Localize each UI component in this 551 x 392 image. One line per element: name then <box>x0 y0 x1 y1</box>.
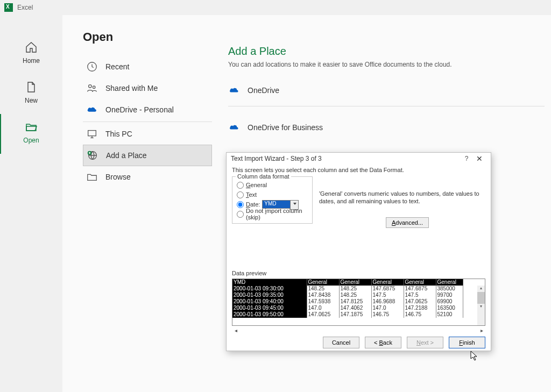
backstage-nav: Home New Open <box>0 15 62 392</box>
radio-general-input[interactable] <box>237 182 244 189</box>
preview-row[interactable]: 2000-01-03 09:35:00147.8438148.25147.514… <box>232 292 463 298</box>
preview-cell: 148.25 <box>339 286 371 292</box>
open-browse-label: Browse <box>105 173 131 181</box>
preview-cell: 2000-01-03 09:35:00 <box>232 292 307 298</box>
preview-cell: 147.6875 <box>404 286 436 292</box>
preview-cell: 146.75 <box>404 311 436 318</box>
preview-cell: 148.25 <box>339 292 371 298</box>
radio-skip-input[interactable] <box>237 211 244 218</box>
date-format-value: YMD <box>264 201 276 206</box>
back-button[interactable]: < Back <box>365 337 401 348</box>
preview-cell: 52100 <box>436 311 463 318</box>
svg-point-1 <box>89 85 92 88</box>
group-title: Column data format <box>236 173 291 180</box>
dialog-titlebar[interactable]: Text Import Wizard - Step 3 of 3 ? ✕ <box>227 153 491 165</box>
preview-cell: 147.0 <box>371 305 404 311</box>
scroll-thumb[interactable] <box>477 292 485 304</box>
open-shared[interactable]: Shared with Me <box>83 77 212 99</box>
dialog-help-button[interactable]: ? <box>461 155 472 162</box>
preview-header[interactable]: General <box>339 279 371 286</box>
preview-header[interactable]: YMD <box>232 279 307 286</box>
open-add-place[interactable]: Add a Place <box>83 145 212 166</box>
divider <box>83 122 212 122</box>
nav-open-label: Open <box>23 137 39 144</box>
open-locations-list: Recent Shared with Me OneDrive - Persona… <box>83 56 212 188</box>
next-button: Next > <box>407 337 443 348</box>
open-folder-icon <box>25 120 38 133</box>
preview-cell: 2000-01-03 09:50:00 <box>232 311 307 318</box>
place-onedrive[interactable]: OneDrive <box>228 80 545 101</box>
format-explanation: 'General' converts numeric values to num… <box>319 190 484 205</box>
preview-cell: 148.25 <box>307 286 339 292</box>
open-browse[interactable]: Browse <box>83 166 212 188</box>
text-import-wizard-dialog: Text Import Wizard - Step 3 of 3 ? ✕ Thi… <box>226 152 491 351</box>
preview-header[interactable]: General <box>371 279 404 286</box>
preview-horizontal-scrollbar[interactable]: ◂ ▸ <box>232 326 485 334</box>
home-icon <box>25 41 38 54</box>
preview-header[interactable]: General <box>436 279 463 286</box>
chevron-down-icon <box>293 203 296 205</box>
preview-cell: 146.9688 <box>371 298 404 305</box>
globe-plus-icon <box>87 149 98 161</box>
place-onedrive-business[interactable]: OneDrive for Business <box>228 117 545 138</box>
finish-button[interactable]: Finish <box>449 337 485 348</box>
column-data-format-group: Column data format General Text Date: YM… <box>232 176 313 224</box>
open-onedrive-personal[interactable]: OneDrive - Personal <box>83 99 212 120</box>
radio-general-rest: eneral <box>251 182 267 188</box>
divider <box>228 106 545 106</box>
dialog-close-button[interactable]: ✕ <box>472 154 486 163</box>
open-recent[interactable]: Recent <box>83 56 212 77</box>
preview-row[interactable]: 2000-01-03 09:45:00147.0147.4062147.0147… <box>232 305 463 311</box>
preview-vertical-scrollbar[interactable]: ▴ ▾ <box>477 286 485 325</box>
open-add-place-label: Add a Place <box>106 151 147 160</box>
nav-new[interactable]: New <box>0 74 62 114</box>
dialog-title: Text Import Wizard - Step 3 of 3 <box>231 155 461 162</box>
preview-cell: 147.0625 <box>404 298 436 305</box>
onedrive-cloud-icon <box>228 87 240 94</box>
preview-row[interactable]: 2000-01-03 09:30:00148.25148.25147.68751… <box>232 286 463 292</box>
radio-date-input[interactable] <box>237 201 244 208</box>
nav-home[interactable]: Home <box>0 34 62 74</box>
radio-text-input[interactable] <box>237 191 244 198</box>
open-this-pc[interactable]: This PC <box>83 123 212 145</box>
preview-cell: 147.5938 <box>307 298 339 305</box>
radio-skip[interactable]: Do not import column (skip) <box>237 209 308 219</box>
place-onedrive-business-label: OneDrive for Business <box>248 123 323 132</box>
radio-text[interactable]: Text <box>237 190 308 199</box>
preview-cell: 147.0625 <box>307 311 339 318</box>
svg-rect-3 <box>88 131 96 136</box>
open-this-pc-label: This PC <box>105 130 132 138</box>
open-shared-label: Shared with Me <box>105 84 158 92</box>
nav-open[interactable]: Open <box>0 114 62 154</box>
scroll-left-icon[interactable]: ◂ <box>232 327 239 333</box>
data-preview[interactable]: YMD General General General General Gene… <box>232 279 485 326</box>
date-format-dropdown[interactable]: YMD <box>262 200 291 209</box>
preview-header[interactable]: General <box>307 279 339 286</box>
preview-table: YMD General General General General Gene… <box>232 279 463 318</box>
pc-icon <box>86 128 98 140</box>
scroll-up-icon[interactable]: ▴ <box>477 286 485 292</box>
preview-cell: 163500 <box>436 305 463 311</box>
scroll-down-icon[interactable]: ▾ <box>477 304 485 310</box>
clock-icon <box>86 61 98 73</box>
open-recent-label: Recent <box>105 62 129 71</box>
advanced-rest: dvanced... <box>395 219 423 226</box>
preview-cell: 147.8125 <box>339 298 371 305</box>
preview-row[interactable]: 2000-01-03 09:40:00147.5938147.8125146.9… <box>232 298 463 305</box>
radio-general[interactable]: General <box>237 180 308 190</box>
data-preview-label: Data preview <box>232 270 485 276</box>
advanced-button[interactable]: Advanced... <box>386 217 429 228</box>
preview-cell: 147.6875 <box>371 286 404 292</box>
place-onedrive-label: OneDrive <box>248 86 279 95</box>
svg-point-2 <box>93 86 95 88</box>
cancel-button[interactable]: Cancel <box>323 337 359 348</box>
page-title: Open <box>83 30 551 44</box>
new-doc-icon <box>25 81 38 94</box>
preview-cell: 2000-01-03 09:40:00 <box>232 298 307 305</box>
preview-cell: 385000 <box>436 286 463 292</box>
dialog-body: This screen lets you select each column … <box>227 165 491 334</box>
preview-row[interactable]: 2000-01-03 09:50:00147.0625147.1875146.7… <box>232 311 463 318</box>
nav-home-label: Home <box>23 57 40 65</box>
scroll-right-icon[interactable]: ▸ <box>478 327 485 333</box>
preview-header[interactable]: General <box>404 279 436 286</box>
